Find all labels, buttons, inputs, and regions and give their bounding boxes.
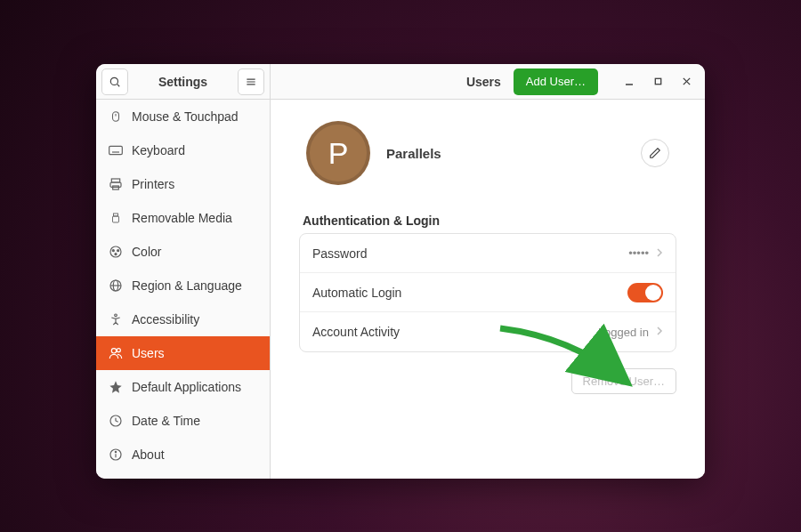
accessibility-icon [109,312,123,326]
sidebar-item-label: Default Applications [132,380,241,394]
password-value: ••••• [628,246,649,260]
sidebar-item-mouse-touchpad[interactable]: Mouse & Touchpad [96,100,270,133]
search-button[interactable] [101,69,128,95]
svg-rect-13 [111,179,119,182]
sidebar-item-label: Region & Language [132,278,242,293]
svg-point-20 [117,250,119,252]
edit-user-button[interactable] [641,139,669,167]
automatic-login-toggle[interactable] [627,283,663,302]
svg-point-27 [117,349,120,352]
auth-section-heading: Authentication & Login [303,214,673,228]
automatic-login-row: Automatic Login [300,273,676,312]
svg-point-21 [115,254,117,255]
mouse-icon [109,109,123,124]
avatar[interactable]: P [306,121,370,185]
close-icon [682,77,692,86]
chevron-right-icon [656,325,663,339]
remove-user-button[interactable]: Remove User… [571,368,676,394]
svg-point-26 [111,349,116,353]
menu-button[interactable] [238,69,264,95]
sidebar-item-users[interactable]: Users [96,336,270,370]
hamburger-icon [245,76,257,88]
auth-list: Password ••••• Automatic Login Account A… [299,233,676,352]
settings-window: Settings Users Add User… Mouse & Touchpa… [96,64,705,479]
sidebar-item-label: Users [132,346,165,360]
svg-rect-11 [109,146,123,154]
sidebar-item-date-time[interactable]: Date & Time [96,404,270,438]
search-icon [109,76,121,88]
globe-icon [109,278,123,293]
sidebar-item-about[interactable]: About [96,438,270,472]
color-icon [109,245,123,259]
svg-point-31 [115,451,116,452]
sidebar-item-color[interactable]: Color [96,235,270,269]
sidebar-item-default-applications[interactable]: Default Applications [96,370,270,404]
svg-point-0 [110,77,117,85]
titlebar-right: Users Add User… [271,64,705,99]
profile-header: P Parallels [299,114,676,203]
window-minimize-button[interactable] [618,70,641,93]
sidebar-item-label: Printers [132,177,174,191]
app-title: Settings [128,75,238,89]
sidebar-item-label: Keyboard [132,143,185,157]
keyboard-icon [109,143,123,157]
sidebar-item-label: About [132,447,165,462]
sidebar-item-accessibility[interactable]: Accessibility [96,302,270,336]
sidebar-item-region-language[interactable]: Region & Language [96,269,270,302]
content-panel: P Parallels Authentication & Login Passw… [271,100,705,479]
automatic-login-label: Automatic Login [312,286,627,300]
sidebar-item-removable-media[interactable]: Removable Media [96,201,270,235]
password-row[interactable]: Password ••••• [300,234,676,273]
svg-rect-9 [113,112,119,122]
svg-point-25 [115,314,117,317]
usb-icon [109,211,123,225]
pencil-icon [649,147,661,159]
svg-rect-6 [655,78,660,84]
titlebar: Settings Users Add User… [96,64,705,100]
sidebar: Mouse & TouchpadKeyboardPrintersRemovabl… [96,100,271,479]
maximize-icon [653,77,663,86]
sidebar-item-label: Mouse & Touchpad [132,109,239,124]
window-maximize-button[interactable] [646,70,669,93]
window-body: Mouse & TouchpadKeyboardPrintersRemovabl… [96,100,705,479]
info-icon [109,447,123,462]
svg-line-1 [117,84,120,86]
svg-rect-17 [113,216,119,222]
account-activity-value: Logged in [598,326,649,339]
panel-title: Users [466,75,501,89]
printer-icon [109,177,123,191]
sidebar-item-printers[interactable]: Printers [96,167,270,201]
minimize-icon [624,77,635,87]
password-label: Password [312,246,628,261]
account-activity-row[interactable]: Account Activity Logged in [300,312,676,351]
svg-point-19 [112,250,114,252]
titlebar-left: Settings [96,64,271,99]
account-activity-label: Account Activity [312,325,598,339]
sidebar-item-keyboard[interactable]: Keyboard [96,133,270,167]
window-close-button[interactable] [675,70,698,93]
svg-rect-15 [113,186,119,189]
add-user-button[interactable]: Add User… [514,69,598,95]
user-name: Parallels [386,146,441,161]
sidebar-item-label: Removable Media [132,211,232,225]
star-icon [109,380,123,394]
sidebar-item-label: Color [132,245,161,259]
clock-icon [109,414,123,428]
chevron-right-icon [656,246,663,261]
users-icon [109,346,123,360]
sidebar-item-label: Accessibility [132,312,199,326]
sidebar-item-label: Date & Time [132,414,200,428]
